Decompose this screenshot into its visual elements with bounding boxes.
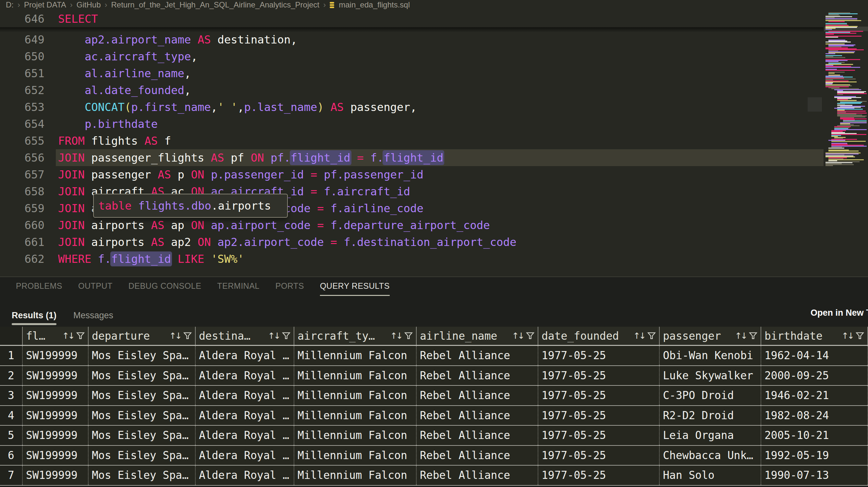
- row-number-cell[interactable]: 7: [0, 465, 23, 485]
- grid-row[interactable]: 4SW199999Mos Eisley Spa…Aldera Royal …Mi…: [0, 406, 868, 426]
- grid-row[interactable]: 2SW199999Mos Eisley Spa…Aldera Royal …Mi…: [0, 366, 868, 386]
- grid-cell[interactable]: Aldera Royal …: [196, 386, 294, 405]
- grid-cell[interactable]: Rebel Alliance: [416, 426, 538, 445]
- grid-cell[interactable]: 1946-02-21: [761, 386, 868, 405]
- line-number[interactable]: 656: [0, 149, 44, 166]
- grid-cell[interactable]: Mos Eisley Spa…: [89, 366, 196, 386]
- code-line[interactable]: 660JOIN airports AS ap ON ap.airport_cod…: [0, 217, 490, 234]
- minimap[interactable]: [824, 10, 868, 276]
- grid-cell[interactable]: Mos Eisley Spa…: [89, 346, 196, 365]
- grid-cell[interactable]: 1977-05-25: [538, 446, 660, 465]
- code-editor[interactable]: table flights.dbo.airports 646SELECT649 …: [0, 10, 868, 276]
- grid-cell[interactable]: 1977-05-25: [538, 426, 660, 445]
- sort-icon[interactable]: ↑↓: [268, 331, 279, 341]
- grid-cell[interactable]: Millennium Falcon: [294, 386, 416, 405]
- breadcrumb[interactable]: D:›Projet DATA›GitHub›Return_of_the_Jet_…: [0, 0, 868, 10]
- filter-icon[interactable]: [647, 331, 656, 341]
- line-number[interactable]: 654: [0, 116, 44, 132]
- breadcrumb-item[interactable]: Return_of_the_Jet_High_An_SQL_Airline_An…: [111, 0, 320, 9]
- grid-cell[interactable]: Leia Organa: [660, 426, 761, 445]
- grid-header-cell[interactable]: fl…↑↓: [23, 327, 89, 345]
- code-line[interactable]: 655FROM flights AS f: [0, 132, 171, 149]
- row-number-cell[interactable]: 3: [0, 386, 23, 405]
- grid-cell[interactable]: Han Solo: [660, 465, 761, 485]
- filter-icon[interactable]: [183, 331, 192, 341]
- panel-tab-problems[interactable]: PROBLEMS: [16, 277, 62, 296]
- grid-header-cell[interactable]: passenger↑↓: [660, 327, 761, 345]
- line-number[interactable]: 655: [0, 132, 44, 149]
- code-line[interactable]: 662WHERE f.flight_id LIKE 'SW%': [0, 250, 244, 267]
- row-number-cell[interactable]: 4: [0, 406, 23, 425]
- sort-icon[interactable]: ↑↓: [169, 331, 181, 341]
- line-number[interactable]: 652: [0, 82, 44, 99]
- grid-cell[interactable]: Mos Eisley Spa…: [89, 386, 196, 405]
- grid-cell[interactable]: 1977-05-25: [538, 346, 660, 365]
- grid-cell[interactable]: Luke Skywalker: [660, 366, 761, 386]
- code-line[interactable]: 654 p.birthdate: [0, 116, 158, 132]
- sort-icon[interactable]: ↑↓: [390, 331, 402, 341]
- scrollbar-slider[interactable]: [808, 97, 822, 112]
- grid-cell[interactable]: Aldera Royal …: [196, 406, 294, 425]
- grid-cell[interactable]: Millennium Falcon: [294, 446, 416, 465]
- grid-cell[interactable]: R2-D2 Droid: [660, 406, 761, 425]
- sort-icon[interactable]: ↑↓: [512, 331, 523, 341]
- grid-cell[interactable]: Rebel Alliance: [416, 406, 538, 425]
- grid-header-cell[interactable]: destina…↑↓: [196, 327, 294, 345]
- code-line[interactable]: 649 ap2.airport_name AS destination,: [0, 31, 297, 48]
- line-number[interactable]: 651: [0, 65, 44, 82]
- filter-icon[interactable]: [525, 331, 535, 341]
- code-line[interactable]: 657JOIN passenger AS p ON p.passenger_id…: [0, 166, 424, 183]
- grid-cell[interactable]: Obi-Wan Kenobi: [660, 346, 761, 365]
- grid-cell[interactable]: Aldera Royal …: [196, 465, 294, 485]
- filter-icon[interactable]: [748, 331, 758, 341]
- grid-cell[interactable]: Aldera Royal …: [196, 426, 294, 445]
- grid-cell[interactable]: Mos Eisley Spa…: [89, 426, 196, 445]
- grid-cell[interactable]: Aldera Royal …: [196, 446, 294, 465]
- filter-icon[interactable]: [75, 331, 85, 341]
- grid-row[interactable]: 6SW199999Mos Eisley Spa…Aldera Royal …Mi…: [0, 446, 868, 466]
- grid-cell[interactable]: 1962-04-14: [761, 346, 868, 365]
- grid-cell[interactable]: Mos Eisley Spa…: [89, 406, 196, 425]
- sort-icon[interactable]: ↑↓: [62, 331, 74, 341]
- breadcrumb-item[interactable]: main_eda_flights.sql: [339, 0, 410, 9]
- panel-tab-output[interactable]: OUTPUT: [78, 277, 113, 296]
- breadcrumb-item[interactable]: Projet DATA: [24, 0, 66, 9]
- line-number[interactable]: 658: [0, 183, 44, 200]
- grid-header-cell[interactable]: date_founded↑↓: [538, 327, 660, 345]
- row-number-cell[interactable]: 6: [0, 446, 23, 465]
- results-tab-results-1-[interactable]: Results (1): [12, 305, 57, 326]
- line-number[interactable]: 646: [0, 10, 44, 27]
- grid-cell[interactable]: C-3PO Droid: [660, 386, 761, 405]
- sort-icon[interactable]: ↑↓: [735, 331, 746, 341]
- sort-icon[interactable]: ↑↓: [633, 331, 645, 341]
- grid-cell[interactable]: Chewbacca Unk…: [660, 446, 761, 465]
- code-line[interactable]: 653 CONCAT(p.first_name,' ',p.last_name)…: [0, 99, 417, 116]
- sort-icon[interactable]: ↑↓: [841, 331, 853, 341]
- grid-cell[interactable]: Rebel Alliance: [416, 386, 538, 405]
- line-number[interactable]: 660: [0, 217, 44, 234]
- line-number[interactable]: 653: [0, 99, 44, 116]
- grid-cell[interactable]: Aldera Royal …: [196, 346, 294, 365]
- results-tab-messages[interactable]: Messages: [73, 305, 113, 326]
- line-number[interactable]: 662: [0, 250, 44, 267]
- sticky-line[interactable]: 646SELECT: [0, 10, 98, 27]
- line-number[interactable]: 659: [0, 200, 44, 217]
- grid-cell[interactable]: 2005-10-21: [761, 426, 868, 445]
- grid-cell[interactable]: Rebel Alliance: [416, 366, 538, 386]
- line-number[interactable]: 657: [0, 166, 44, 183]
- grid-cell[interactable]: 1977-05-25: [538, 406, 660, 425]
- filter-icon[interactable]: [404, 331, 413, 341]
- grid-row[interactable]: 3SW199999Mos Eisley Spa…Aldera Royal …Mi…: [0, 386, 868, 406]
- grid-row[interactable]: 5SW199999Mos Eisley Spa…Aldera Royal …Mi…: [0, 426, 868, 446]
- filter-icon[interactable]: [281, 331, 291, 341]
- breadcrumb-item[interactable]: D:: [6, 0, 13, 9]
- code-line[interactable]: 656JOIN passenger_flights AS pf ON pf.fl…: [0, 149, 443, 166]
- grid-row[interactable]: 7SW199999Mos Eisley Spa…Aldera Royal …Mi…: [0, 465, 868, 486]
- grid-cell[interactable]: Aldera Royal …: [196, 366, 294, 386]
- grid-cell[interactable]: SW199999: [23, 465, 89, 485]
- grid-cell[interactable]: Rebel Alliance: [416, 465, 538, 485]
- line-number[interactable]: 661: [0, 234, 44, 250]
- panel-tab-debug-console[interactable]: DEBUG CONSOLE: [128, 277, 202, 296]
- grid-cell[interactable]: SW199999: [23, 446, 89, 465]
- grid-header-cell[interactable]: airline_name↑↓: [416, 327, 538, 345]
